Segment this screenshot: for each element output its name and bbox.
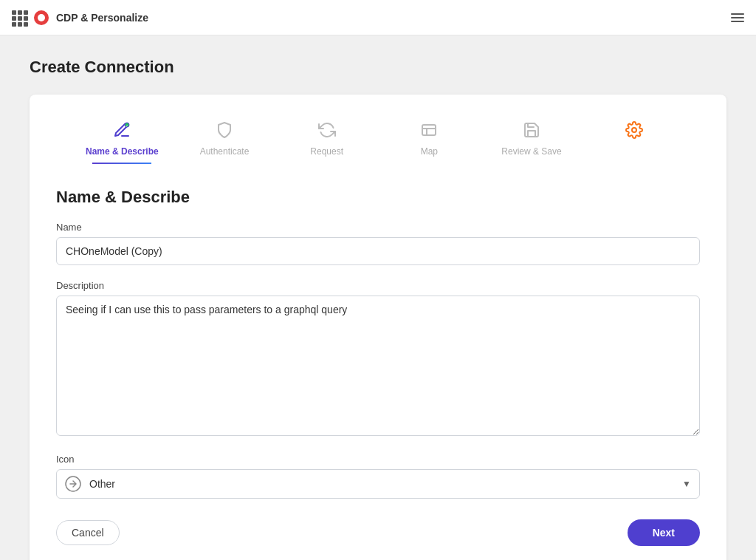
app-logo bbox=[34, 10, 49, 25]
step-settings-icon bbox=[622, 118, 646, 142]
step-review-save-icon bbox=[520, 118, 543, 142]
step-name-describe[interactable]: ✓ Name & Describe bbox=[71, 118, 173, 164]
name-input[interactable] bbox=[56, 237, 700, 265]
header-menu-icon[interactable] bbox=[731, 13, 744, 22]
step-name-describe-label: Name & Describe bbox=[86, 146, 159, 157]
app-title: CDP & Personalize bbox=[56, 12, 148, 24]
step-review-save[interactable]: Review & Save bbox=[481, 118, 583, 157]
step-request[interactable]: Request bbox=[275, 118, 378, 157]
card-footer: Cancel Next bbox=[56, 519, 700, 546]
description-label: Description bbox=[56, 280, 700, 291]
app-header: CDP & Personalize bbox=[0, 0, 756, 35]
icon-select[interactable]: Other Database API Connector Cloud bbox=[56, 469, 700, 499]
create-connection-card: ✓ Name & Describe Authenticate bbox=[30, 95, 726, 560]
icon-label: Icon bbox=[56, 454, 700, 465]
svg-rect-2 bbox=[422, 125, 436, 135]
step-request-label: Request bbox=[310, 146, 343, 157]
step-map[interactable]: Map bbox=[378, 118, 481, 157]
icon-other-icon bbox=[63, 474, 83, 494]
step-name-describe-icon: ✓ bbox=[110, 118, 134, 142]
icon-field-group: Icon Other Database API Connector Cloud … bbox=[56, 454, 700, 499]
main-content: Create Connection ✓ Name & Describe bbox=[0, 35, 756, 560]
name-field-group: Name bbox=[56, 222, 700, 265]
step-review-save-label: Review & Save bbox=[501, 146, 561, 157]
icon-select-wrapper: Other Database API Connector Cloud ▼ bbox=[56, 469, 700, 499]
step-request-icon bbox=[315, 118, 339, 142]
cancel-button[interactable]: Cancel bbox=[56, 520, 120, 545]
name-label: Name bbox=[56, 222, 700, 233]
step-authenticate[interactable]: Authenticate bbox=[173, 118, 276, 157]
description-field-group: Description Seeing if I can use this to … bbox=[56, 280, 700, 439]
apps-grid-icon[interactable] bbox=[12, 10, 27, 25]
step-settings[interactable] bbox=[583, 118, 685, 142]
step-authenticate-icon bbox=[213, 118, 236, 142]
description-textarea[interactable]: Seeing if I can use this to pass paramet… bbox=[56, 296, 700, 436]
header-left: CDP & Personalize bbox=[12, 10, 148, 25]
step-authenticate-label: Authenticate bbox=[200, 146, 250, 157]
form-section-title: Name & Describe bbox=[56, 188, 700, 207]
next-button[interactable]: Next bbox=[628, 519, 700, 546]
step-map-icon bbox=[417, 118, 441, 142]
svg-text:✓: ✓ bbox=[126, 124, 128, 128]
page-title: Create Connection bbox=[30, 58, 726, 77]
steps-nav: ✓ Name & Describe Authenticate bbox=[56, 118, 700, 164]
step-map-label: Map bbox=[421, 146, 438, 157]
